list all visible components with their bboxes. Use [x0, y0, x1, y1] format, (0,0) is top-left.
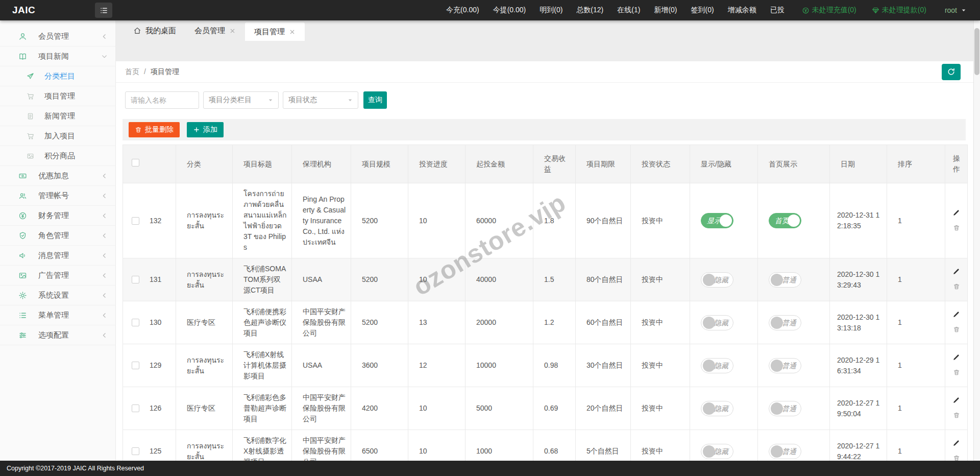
breadcrumb-home[interactable]: 首页	[125, 67, 139, 77]
message-speaker-icon	[18, 251, 27, 260]
sidebar-item[interactable]: 优惠加息	[0, 166, 115, 186]
search-button[interactable]: 查询	[363, 91, 387, 109]
scrollbar-thumb[interactable]	[974, 28, 979, 75]
sidebar-item[interactable]: 项目新闻	[0, 46, 115, 66]
homepage-toggle[interactable]: 普通	[769, 358, 801, 373]
row-id: 132	[150, 216, 161, 226]
sidebar-item[interactable]: 管理帐号	[0, 186, 115, 206]
refresh-button[interactable]	[942, 64, 961, 80]
sidebar-item[interactable]: 新闻管理	[0, 106, 115, 126]
edit-button[interactable]	[951, 310, 961, 321]
toggle-knob	[703, 402, 715, 415]
sidebar-item[interactable]: 会员管理	[0, 27, 115, 46]
sidebar-item[interactable]: 选项配置	[0, 325, 115, 345]
toggle-knob	[720, 215, 732, 227]
delete-button[interactable]	[952, 368, 961, 378]
row-checkbox[interactable]	[132, 362, 139, 369]
tab[interactable]: 会员管理	[185, 20, 245, 41]
cell-date: 2020-12-27 19:50:04	[830, 387, 887, 430]
row-checkbox[interactable]	[132, 404, 139, 412]
sidebar-item[interactable]: 消息管理	[0, 246, 115, 266]
sidebar-item[interactable]: 菜单管理	[0, 305, 115, 325]
cell-status: 投资中	[631, 183, 690, 258]
topbar-stat[interactable]: 增减余额	[728, 6, 756, 15]
edit-button[interactable]	[951, 208, 961, 219]
edit-button[interactable]	[951, 395, 961, 407]
edit-button[interactable]	[951, 438, 961, 449]
pencil-icon	[952, 268, 960, 275]
sidebar-collapse-button[interactable]	[95, 3, 112, 18]
show-hide-toggle[interactable]: 隐藏	[701, 358, 733, 373]
delete-button[interactable]	[952, 325, 961, 336]
row-checkbox[interactable]	[132, 319, 139, 326]
chevron-left-icon	[101, 33, 108, 40]
show-hide-toggle[interactable]: 隐藏	[701, 401, 733, 416]
table-column-header: 首页展示	[758, 145, 830, 183]
edit-button[interactable]	[951, 352, 961, 364]
close-icon[interactable]	[289, 29, 296, 35]
topbar-stat[interactable]: 已投	[770, 6, 785, 15]
main-area: 我的桌面 会员管理 项目管理 首页 / 项目管理	[116, 20, 980, 476]
pencil-icon	[952, 439, 960, 447]
homepage-toggle[interactable]: 普通	[769, 315, 801, 330]
topbar-alert[interactable]: 未处理提款(0)	[872, 6, 926, 15]
tab[interactable]: 项目管理	[245, 22, 305, 41]
sidebar-item[interactable]: 积分商品	[0, 146, 115, 166]
cell-scale: 5200	[351, 258, 408, 301]
homepage-toggle[interactable]: 普通	[769, 272, 801, 288]
sidebar-item-label: 项目管理	[44, 91, 75, 101]
topbar-alert[interactable]: 未处理充值(0)	[802, 6, 856, 15]
sidebar-item[interactable]: 项目管理	[0, 86, 115, 106]
trash-icon	[953, 224, 960, 231]
topbar-stat[interactable]: 签到(0)	[691, 6, 714, 15]
name-search-input[interactable]	[125, 91, 199, 109]
add-button[interactable]: 添加	[187, 122, 224, 137]
user-menu[interactable]: root	[945, 6, 967, 14]
homepage-toggle[interactable]: 普通	[769, 401, 801, 416]
delete-button[interactable]	[952, 411, 961, 421]
filter-bar: 项目分类栏目 项目状态 查询	[116, 83, 980, 109]
pencil-icon	[952, 209, 960, 217]
batch-delete-button[interactable]: 批量删除	[129, 122, 180, 137]
sidebar-item[interactable]: 广告管理	[0, 266, 115, 285]
sidebar-item[interactable]: 角色管理	[0, 226, 115, 246]
homepage-toggle[interactable]: 普通	[769, 444, 801, 459]
sidebar-item[interactable]: 系统设置	[0, 285, 115, 305]
row-id: 131	[150, 274, 161, 285]
row-checkbox[interactable]	[132, 217, 139, 225]
plus-icon	[193, 126, 200, 133]
category-select[interactable]: 项目分类栏目	[203, 91, 279, 109]
sidebar-item[interactable]: 加入项目	[0, 126, 115, 146]
topbar-stat[interactable]: 在线(1)	[617, 6, 640, 15]
cell-scale: 4200	[351, 387, 408, 430]
topbar-stat[interactable]: 今充(0.00)	[446, 6, 479, 15]
sidebar-item[interactable]: 分类栏目	[0, 66, 115, 86]
show-hide-toggle[interactable]: 隐藏	[701, 272, 733, 288]
topbar-stat[interactable]: 总数(12)	[576, 6, 603, 15]
show-hide-toggle[interactable]: 隐藏	[701, 444, 733, 459]
close-icon[interactable]	[229, 28, 236, 34]
sidebar-item-label: 新闻管理	[44, 111, 75, 121]
select-all-checkbox[interactable]	[132, 159, 139, 166]
show-hide-toggle[interactable]: 显示	[701, 213, 733, 228]
table-row: 132 การลงทุนระยะสั้น โครงการถ่ายภาพด้วยค…	[123, 183, 968, 258]
show-hide-toggle[interactable]: 隐藏	[701, 315, 733, 330]
topbar-stat[interactable]: 新增(0)	[654, 6, 677, 15]
tab-label: 会员管理	[194, 26, 225, 36]
row-checkbox[interactable]	[132, 276, 139, 283]
row-checkbox[interactable]	[132, 447, 139, 455]
homepage-toggle[interactable]: 首页	[769, 213, 801, 228]
delete-button[interactable]	[952, 223, 961, 234]
pencil-icon	[952, 396, 960, 404]
topbar-stat[interactable]: 明到(0)	[540, 6, 562, 15]
sidebar-item-label: 财务管理	[38, 211, 69, 221]
cell-scale: 5200	[351, 301, 408, 344]
topbar-stat[interactable]: 今提(0.00)	[493, 6, 526, 15]
cell-category: การลงทุนระยะสั้น	[176, 183, 233, 258]
sidebar-item[interactable]: 财务管理	[0, 206, 115, 226]
delete-button[interactable]	[952, 282, 961, 293]
tab[interactable]: 我的桌面	[124, 20, 185, 41]
status-select[interactable]: 项目状态	[283, 91, 358, 109]
cell-sort: 1	[887, 183, 945, 258]
edit-button[interactable]	[951, 267, 961, 278]
